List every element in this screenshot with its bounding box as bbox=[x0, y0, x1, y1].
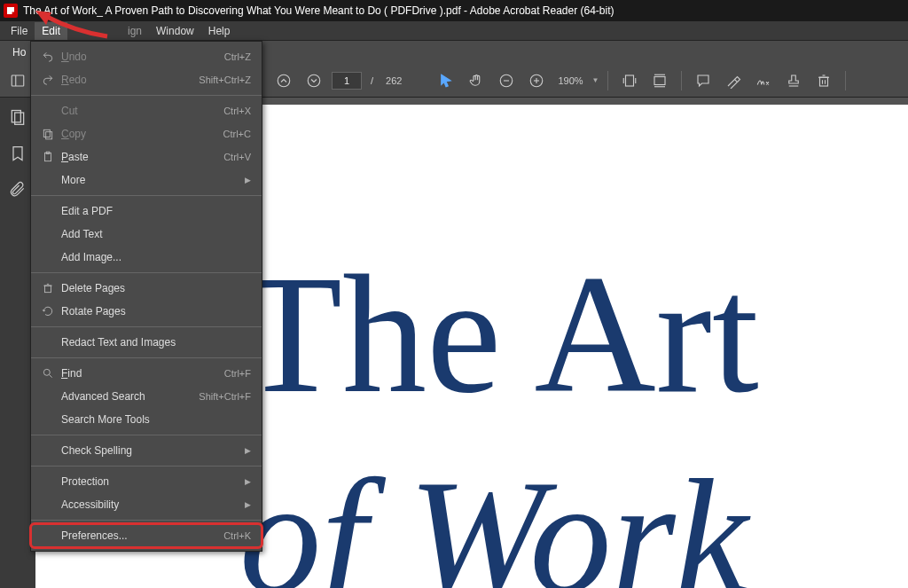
menu-find[interactable]: Find Ctrl+F bbox=[31, 362, 262, 385]
menu-window[interactable]: Window bbox=[149, 22, 201, 40]
menu-protection[interactable]: Protection ▶ bbox=[31, 470, 262, 493]
app-icon bbox=[4, 4, 18, 18]
page-down-button[interactable] bbox=[301, 68, 326, 93]
menu-bar: File Edit ign Window Help bbox=[0, 21, 908, 41]
zoom-level[interactable]: 190% bbox=[554, 75, 586, 86]
svg-point-30 bbox=[43, 369, 50, 375]
thumbnails-icon[interactable] bbox=[9, 108, 27, 129]
svg-rect-23 bbox=[43, 129, 50, 137]
selection-tool-button[interactable] bbox=[434, 68, 458, 93]
doc-heading-line2: of Work bbox=[239, 442, 748, 588]
zoom-out-button[interactable] bbox=[494, 68, 519, 93]
comment-button[interactable] bbox=[691, 68, 716, 93]
svg-rect-0 bbox=[12, 75, 24, 86]
menu-undo[interactable]: Undo Ctrl+Z bbox=[31, 45, 262, 68]
sidebar-toggle-button[interactable] bbox=[5, 68, 30, 93]
zoom-in-button[interactable] bbox=[524, 68, 549, 93]
search-icon bbox=[38, 367, 58, 380]
window-title: The Art of Work_ A Proven Path to Discov… bbox=[23, 4, 614, 17]
page-separator: / bbox=[367, 75, 377, 86]
svg-rect-16 bbox=[820, 77, 828, 86]
svg-rect-12 bbox=[654, 76, 665, 84]
zoom-dropdown-icon[interactable]: ▼ bbox=[592, 76, 599, 84]
svg-line-31 bbox=[50, 375, 52, 378]
menu-redact[interactable]: Redact Text and Images bbox=[31, 331, 262, 354]
menu-help[interactable]: Help bbox=[201, 22, 238, 40]
menu-accessibility[interactable]: Accessibility ▶ bbox=[31, 493, 262, 516]
menu-preferences[interactable]: Preferences... Ctrl+K bbox=[31, 524, 262, 547]
menu-add-image[interactable]: Add Image... bbox=[31, 246, 262, 269]
attachment-icon[interactable] bbox=[9, 181, 27, 201]
svg-rect-27 bbox=[45, 286, 51, 293]
delete-button[interactable] bbox=[811, 68, 836, 93]
menu-delete-pages[interactable]: Delete Pages bbox=[31, 277, 262, 300]
doc-heading-line1: The Art bbox=[239, 238, 759, 431]
menu-file[interactable]: File bbox=[4, 22, 35, 40]
page-up-button[interactable] bbox=[271, 68, 296, 93]
fit-page-button[interactable] bbox=[617, 68, 642, 93]
fit-width-button[interactable] bbox=[647, 68, 672, 93]
submenu-arrow-icon: ▶ bbox=[245, 477, 251, 486]
submenu-arrow-icon: ▶ bbox=[245, 176, 251, 184]
paste-icon bbox=[38, 151, 58, 163]
submenu-arrow-icon: ▶ bbox=[245, 446, 251, 455]
menu-add-text[interactable]: Add Text bbox=[31, 223, 262, 246]
menu-advanced-search[interactable]: Advanced Search Shift+Ctrl+F bbox=[31, 385, 262, 408]
stamp-button[interactable] bbox=[781, 68, 806, 93]
menu-more[interactable]: More ▶ bbox=[31, 169, 262, 192]
trash-icon bbox=[38, 282, 58, 294]
menu-check-spelling[interactable]: Check Spelling ▶ bbox=[31, 439, 262, 462]
edit-menu-dropdown: Undo Ctrl+Z Redo Shift+Ctrl+Z Cut Ctrl+X… bbox=[30, 41, 262, 552]
svg-rect-9 bbox=[626, 75, 634, 86]
svg-point-3 bbox=[308, 74, 320, 87]
title-bar: The Art of Work_ A Proven Path to Discov… bbox=[0, 0, 908, 21]
svg-point-2 bbox=[278, 74, 290, 87]
menu-rotate-pages[interactable]: Rotate Pages bbox=[31, 300, 262, 323]
svg-rect-24 bbox=[46, 132, 52, 139]
menu-edit[interactable]: Edit bbox=[35, 22, 67, 40]
page-total: 262 bbox=[382, 75, 405, 86]
menu-edit-pdf[interactable]: Edit a PDF bbox=[31, 200, 262, 223]
menu-paste[interactable]: Paste Ctrl+V bbox=[31, 145, 262, 169]
menu-search-tools[interactable]: Search More Tools bbox=[31, 408, 262, 431]
sign-button[interactable] bbox=[751, 68, 776, 93]
submenu-arrow-icon: ▶ bbox=[245, 500, 251, 509]
bookmark-icon[interactable] bbox=[9, 145, 27, 165]
menu-sign-partial[interactable]: ign bbox=[121, 22, 149, 40]
hand-tool-button[interactable] bbox=[464, 68, 489, 93]
copy-icon bbox=[38, 128, 58, 140]
redo-icon bbox=[38, 74, 58, 86]
undo-icon bbox=[38, 51, 58, 63]
menu-copy[interactable]: Copy Ctrl+C bbox=[31, 122, 262, 145]
highlight-button[interactable] bbox=[721, 68, 746, 93]
menu-redo[interactable]: Redo Shift+Ctrl+Z bbox=[31, 68, 262, 91]
menu-cut[interactable]: Cut Ctrl+X bbox=[31, 99, 262, 122]
rotate-icon bbox=[38, 305, 58, 318]
page-number-input[interactable] bbox=[332, 72, 362, 90]
